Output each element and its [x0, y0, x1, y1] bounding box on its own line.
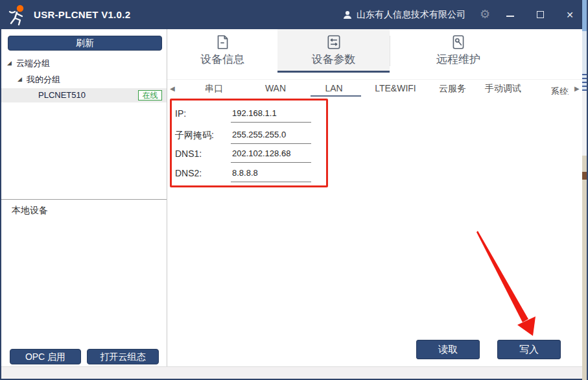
subtab-system[interactable]: 系统 — [550, 86, 569, 95]
tab-remote-maintenance[interactable]: 远程维护 — [390, 29, 527, 73]
status-badge-online: 在线 — [138, 90, 162, 101]
ip-label: IP: — [175, 108, 186, 119]
sliders-icon — [325, 34, 342, 51]
selected-subtab-underline — [311, 95, 361, 97]
ip-field[interactable] — [231, 106, 311, 123]
main-content: 设备信息 设备参数 远程维护 — [167, 29, 582, 366]
desktop-background-strip — [582, 0, 588, 380]
minimize-icon — [506, 16, 514, 17]
app-window: USR-PLCNET V1.0.2 山东有人信息技术有限公司 ⚙ ✕ 刷新 ◢ … — [0, 0, 588, 380]
desktop-strip-white — [582, 91, 587, 156]
subtab-manual-debug[interactable]: 手动调试 — [485, 83, 521, 95]
device-name: PLCNET510 — [38, 90, 86, 100]
form-row-subnet: 子网掩码: — [175, 127, 324, 144]
dns1-label: DNS1: — [175, 148, 202, 159]
wrench-icon — [450, 34, 467, 51]
desktop-strip-blob — [582, 172, 587, 180]
subnet-mask-label: 子网掩码: — [175, 130, 214, 141]
subtab-cloud-service[interactable]: 云服务 — [439, 83, 466, 95]
subtab-lte-wifi[interactable]: LTE&WIFI — [375, 83, 416, 93]
subtab-scroll-left-icon[interactable]: ◀ — [170, 85, 175, 92]
refresh-button[interactable]: 刷新 — [8, 36, 162, 51]
tab-label-device-params: 设备参数 — [277, 52, 390, 67]
tab-device-info[interactable]: 设备信息 — [167, 29, 277, 73]
tree-label-my-group: 我的分组 — [27, 74, 60, 86]
selected-tab-underline — [277, 71, 390, 73]
subtab-wan[interactable]: WAN — [265, 83, 286, 93]
expander-icon[interactable]: ◢ — [18, 77, 22, 82]
subtab-lan[interactable]: LAN — [325, 83, 342, 93]
local-devices-label: 本地设备 — [12, 205, 48, 217]
account-name: 山东有人信息技术有限公司 — [357, 9, 465, 21]
maximize-button[interactable] — [529, 0, 551, 29]
dns2-label: DNS2: — [175, 168, 202, 178]
dns1-field[interactable] — [231, 146, 311, 163]
subtab-scroll-right-icon[interactable]: ▶ — [574, 85, 580, 92]
open-cloud-scada-button[interactable]: 打开云组态 — [87, 349, 159, 364]
sidebar-divider — [1, 199, 167, 200]
tree-label-cloud-group: 云端分组 — [16, 58, 50, 69]
sidebar: 刷新 ◢ 云端分组 ◢ 我的分组 PLCNET510 在线 本地设备 OPC 启… — [0, 29, 167, 366]
document-icon — [214, 34, 231, 51]
opc-enable-button[interactable]: OPC 启用 — [10, 349, 81, 364]
window-border-left — [0, 0, 1, 380]
user-icon — [342, 10, 353, 20]
app-title: USR-PLCNET V1.0.2 — [34, 0, 130, 29]
desktop-strip-text-marks — [582, 74, 587, 91]
subtab-bar: ◀ 串口 WAN LAN LTE&WIFI 云服务 手动调试 系统 ▶ — [167, 79, 582, 97]
settings-gear-icon[interactable]: ⚙ — [477, 0, 493, 29]
close-button[interactable]: ✕ — [559, 0, 581, 29]
form-row-dns2: DNS2: — [175, 165, 324, 182]
tab-label-device-info: 设备信息 — [167, 52, 277, 67]
subnet-mask-field[interactable] — [231, 127, 311, 144]
desktop-strip-beige — [582, 156, 587, 380]
expander-icon[interactable]: ◢ — [7, 60, 12, 66]
tree-item-my-group[interactable]: ◢ 我的分组 — [18, 73, 60, 86]
footer-strip — [0, 366, 582, 379]
dns2-field[interactable] — [231, 165, 311, 182]
subtab-serial[interactable]: 串口 — [205, 83, 223, 95]
tree-item-device-plcnet510[interactable]: PLCNET510 在线 — [1, 88, 167, 102]
desktop-strip-blue — [582, 0, 587, 31]
read-button[interactable]: 读取 — [416, 340, 480, 359]
tab-device-params[interactable]: 设备参数 — [277, 29, 390, 73]
form-row-dns1: DNS1: — [175, 146, 324, 163]
tab-label-remote-maintenance: 远程维护 — [390, 52, 527, 67]
tree-item-cloud-group[interactable]: ◢ 云端分组 — [7, 57, 50, 69]
minimize-button[interactable] — [499, 0, 521, 29]
desktop-strip-light — [582, 31, 587, 91]
write-button[interactable]: 写入 — [497, 340, 561, 359]
maximize-icon — [537, 11, 544, 18]
usr-logo-icon — [6, 3, 30, 27]
titlebar: USR-PLCNET V1.0.2 山东有人信息技术有限公司 ⚙ ✕ — [0, 0, 582, 29]
form-row-ip: IP: — [175, 106, 324, 123]
account-info[interactable]: 山东有人信息技术有限公司 — [342, 0, 465, 29]
